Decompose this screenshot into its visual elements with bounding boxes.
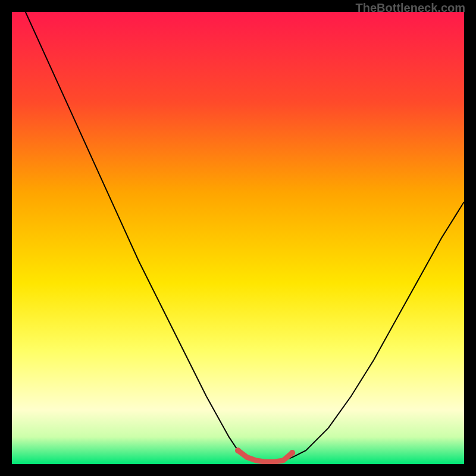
optimal-zone-end-dot bbox=[289, 450, 295, 456]
optimal-zone-start-dot bbox=[235, 447, 241, 453]
chart-container: TheBottleneck.com bbox=[0, 0, 476, 476]
gradient-background bbox=[12, 12, 464, 464]
attribution-text: TheBottleneck.com bbox=[356, 1, 465, 15]
chart-svg bbox=[12, 12, 464, 464]
plot-area bbox=[12, 12, 464, 464]
